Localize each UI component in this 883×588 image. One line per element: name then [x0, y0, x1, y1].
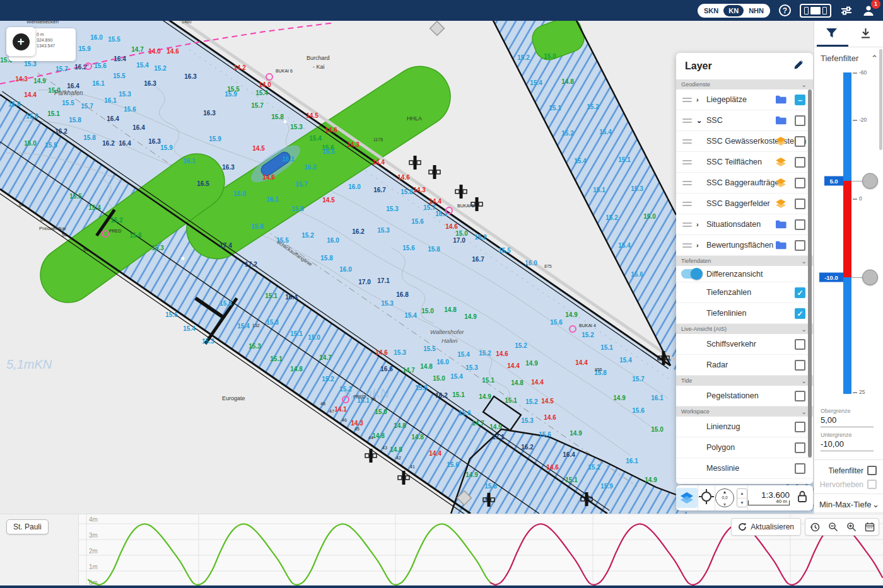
basemap-layers-button[interactable] [676, 488, 698, 508]
svg-text:14.6: 14.6 [397, 174, 410, 181]
svg-text:15.3: 15.3 [386, 205, 399, 212]
layer-panel-scrollbar[interactable] [808, 89, 812, 458]
section-header[interactable]: Tide⌄ [676, 376, 813, 386]
checkbox-unchecked[interactable] [795, 484, 805, 485]
checkbox-unchecked[interactable] [795, 157, 805, 168]
section-header[interactable]: Tiefendaten⌄ [676, 256, 813, 266]
chevron-right-icon[interactable]: › [696, 96, 699, 103]
harbor-map[interactable]: 5,1mKN5,1mKN 16.216.615.916.015.514.714.… [0, 21, 814, 514]
drag-handle-icon[interactable] [682, 139, 692, 144]
toggle-switch-on[interactable] [681, 269, 703, 279]
sidebar-scrollbar[interactable] [879, 49, 882, 150]
zoom-stepper[interactable]: ▲▼ [737, 488, 747, 507]
chevron-right-icon[interactable]: › [696, 241, 699, 249]
layer-row[interactable]: Pegelstationen [676, 386, 813, 406]
checkbox-unchecked[interactable] [795, 199, 805, 209]
edit-pencil-icon[interactable] [793, 59, 804, 73]
checkbox-unchecked[interactable] [795, 339, 805, 350]
svg-text:15.6: 15.6 [631, 271, 643, 278]
layout-panels-icon[interactable] [800, 4, 831, 18]
datum-segmented-control[interactable]: SKNKNNHN [698, 4, 770, 18]
svg-text:15.5: 15.5 [219, 300, 232, 307]
locate-crosshair-icon[interactable] [698, 488, 715, 507]
datum-option-nhn[interactable]: NHN [744, 5, 769, 16]
layer-row[interactable]: Polygon [676, 437, 813, 458]
checkbox-unchecked[interactable] [795, 391, 805, 401]
zoom-in-button[interactable]: + [6, 27, 35, 56]
layer-row[interactable]: Tiefenzahlen✓ [676, 282, 813, 303]
layer-row[interactable]: SSC Gewässerkostenstellen [676, 131, 813, 152]
lock-icon[interactable] [797, 490, 808, 505]
highlight-checkbox[interactable] [867, 480, 877, 489]
svg-text:15.9: 15.9 [225, 91, 237, 98]
checkbox-unchecked[interactable] [795, 136, 805, 147]
drag-handle-icon[interactable] [682, 160, 692, 164]
calendar-icon[interactable] [860, 519, 879, 535]
lower-limit-field[interactable]: Untergrenze -10,00 [821, 432, 874, 451]
svg-text:14.7: 14.7 [319, 354, 332, 361]
chevron-right-icon[interactable]: › [696, 221, 699, 228]
layer-row[interactable]: Tiefenlinien✓ [676, 303, 813, 324]
layer-row[interactable]: Linienzug [676, 417, 813, 437]
layer-row[interactable]: Schiffsverkehr [676, 334, 813, 355]
checkbox-unchecked[interactable] [795, 422, 805, 432]
user-avatar-icon[interactable]: 1 [862, 4, 875, 18]
zoom-in-icon[interactable] [842, 519, 860, 535]
layer-row[interactable]: SSC Teilflächen [676, 152, 813, 173]
svg-text:15.2: 15.2 [474, 234, 487, 241]
layer-row[interactable]: ›Liegeplätze– [676, 89, 813, 110]
tide-station-chip[interactable]: St. Pauli [6, 519, 49, 534]
upper-depth-handle[interactable] [862, 173, 878, 189]
svg-text:15.8: 15.8 [271, 113, 284, 120]
zoom-out-icon[interactable] [824, 519, 842, 535]
section-header[interactable]: Live-Ansicht (AIS)⌄ [676, 324, 813, 334]
checkbox-unchecked[interactable] [795, 219, 805, 230]
section-header[interactable]: Geodienste⌄ [676, 79, 813, 89]
checkbox-checked[interactable]: ✓ [795, 308, 805, 319]
svg-text:14.6: 14.6 [445, 223, 458, 230]
layer-row[interactable]: Differenzansicht [676, 266, 813, 282]
drag-handle-icon[interactable] [682, 243, 692, 248]
layer-row[interactable]: ⌄SSC [676, 110, 813, 131]
layer-row[interactable]: SSC Baggerfelder [676, 193, 813, 214]
checkbox-unchecked[interactable] [795, 178, 805, 188]
checkbox-unchecked[interactable] [795, 360, 805, 371]
history-icon[interactable] [805, 519, 824, 535]
svg-text:14.9: 14.9 [33, 78, 46, 84]
section-header[interactable]: Workspace⌄ [676, 406, 813, 417]
depth-filter-checkbox[interactable] [867, 466, 877, 475]
checkbox-unchecked[interactable] [795, 463, 805, 474]
checkbox-checked[interactable]: ✓ [795, 287, 805, 298]
chevron-down-icon[interactable]: ⌄ [696, 117, 702, 125]
drag-handle-icon[interactable] [682, 98, 692, 102]
checkbox-unchecked[interactable] [795, 115, 805, 126]
checkbox-unchecked[interactable] [795, 442, 805, 453]
drag-handle-icon[interactable] [682, 181, 692, 185]
drag-handle-icon[interactable] [682, 202, 692, 206]
lower-depth-handle[interactable] [862, 270, 878, 285]
drag-handle-icon[interactable] [682, 118, 692, 123]
layer-row[interactable]: Radar [676, 355, 813, 376]
help-icon[interactable]: ? [779, 4, 791, 16]
svg-text:14.6: 14.6 [167, 48, 179, 55]
layer-row[interactable]: SSC Baggeraufträge [676, 173, 813, 193]
drag-handle-icon[interactable] [682, 222, 692, 227]
highlight-checkbox-row[interactable]: Hervorheben [820, 480, 877, 489]
depth-filter-checkbox-row[interactable]: Tiefenfilter [828, 466, 877, 475]
datum-option-kn[interactable]: KN [723, 5, 744, 16]
checkbox-unchecked[interactable] [795, 240, 805, 251]
datum-option-skn[interactable]: SKN [699, 5, 723, 16]
layer-row[interactable]: ›Bewertungsflächen [676, 235, 813, 256]
layer-row[interactable]: Messlinie [676, 458, 813, 479]
layer-row[interactable]: Markierung [676, 479, 813, 484]
svg-text:Eurogate: Eurogate [222, 395, 245, 401]
settings-sliders-icon[interactable] [840, 4, 853, 17]
svg-text:14.9: 14.9 [645, 476, 657, 483]
upper-limit-field[interactable]: Obergrenze 5,00 [821, 408, 874, 427]
refresh-button[interactable]: Aktualisieren [731, 518, 801, 536]
checkbox-indeterminate[interactable]: – [795, 95, 805, 105]
minmax-depth-section[interactable]: Min-Max-Tiefe ⌄ [819, 500, 879, 509]
svg-text:14.9: 14.9 [479, 393, 491, 400]
layer-row[interactable]: ›Situationsdaten [676, 214, 813, 235]
rotation-compass-control[interactable]: ▲ 0,0 ▼ [715, 488, 734, 507]
